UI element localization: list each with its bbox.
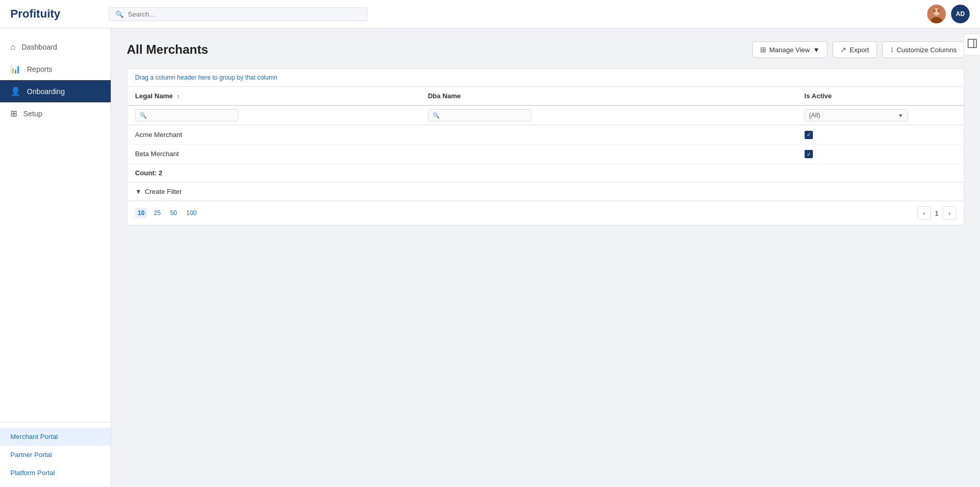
page-nav: ‹ 1 › [917,206,956,220]
column-filter-row: 🔍 🔍 (All) [127,105,964,125]
export-icon: ↗ [840,45,847,54]
legal-name-search[interactable]: 🔍 [135,109,239,121]
pagination-row: 10 25 50 100 ‹ 1 › [127,201,964,225]
legal-name-filter-cell: 🔍 [127,105,420,125]
table-row[interactable]: Beta Merchant [127,144,964,164]
platform-portal-link[interactable]: Platform Portal [0,464,111,482]
export-label: Export [850,46,869,54]
svg-rect-5 [968,39,976,48]
sidebar: ⌂ Dashboard 📊 Reports 👤 Onboarding ⊞ Set… [0,28,111,487]
onboarding-icon: 👤 [10,86,21,96]
customize-columns-label: Customize Columns [897,46,957,54]
page-size-10[interactable]: 10 [135,208,147,218]
dashboard-icon: ⌂ [10,42,16,52]
sidebar-item-onboarding[interactable]: 👤 Onboarding [0,80,111,102]
dba-name-cell [420,144,797,164]
table-header-row: Legal Name ↑ Dba Name Is Active [127,87,964,105]
right-panel-toggle[interactable] [963,34,980,55]
setup-icon: ⊞ [10,109,17,118]
svg-point-3 [933,9,936,12]
page-title: All Merchants [127,42,208,57]
sidebar-nav: ⌂ Dashboard 📊 Reports 👤 Onboarding ⊞ Set… [0,28,111,422]
count-row: Count: 2 [127,164,964,182]
legal-name-cell: Acme Merchant [127,125,420,145]
col-header-dba-name[interactable]: Dba Name [420,87,797,105]
dba-name-filter-cell: 🔍 [420,105,797,125]
create-filter-label: Create Filter [145,188,182,195]
table-container: Drag a column header here to group by th… [127,68,964,225]
drag-hint: Drag a column header here to group by th… [127,69,964,87]
next-page-button[interactable]: › [943,206,956,220]
user-initials[interactable]: AD [951,5,970,23]
search-input[interactable] [128,10,361,18]
customize-columns-button[interactable]: ⫶ Customize Columns [882,41,964,58]
page-size-25[interactable]: 25 [151,208,163,218]
page-header: All Merchants ⊞ Manage View ▼ ↗ Export ⫶… [127,41,964,58]
columns-icon: ⫶ [890,45,894,54]
manage-view-button[interactable]: ⊞ Manage View ▼ [752,41,827,58]
is-active-checkbox[interactable] [805,150,813,158]
dba-name-cell [420,125,797,145]
is-active-filter-cell: (All) ▼ [797,105,964,125]
legal-name-cell: Beta Merchant [127,144,420,164]
top-header: Profituity 🔍 AD [0,0,980,28]
sidebar-footer: Merchant Portal Partner Portal Platform … [0,422,111,487]
is-active-cell [797,125,964,145]
is-active-checkbox[interactable] [805,131,813,139]
sort-icon: ↑ [177,93,180,99]
sidebar-item-dashboard[interactable]: ⌂ Dashboard [0,36,111,58]
is-active-dropdown[interactable]: (All) ▼ [805,109,908,121]
app-logo: Profituity [10,7,93,21]
col-header-dba-name-label: Dba Name [428,92,461,100]
col-header-is-active[interactable]: Is Active [797,87,964,105]
reports-icon: 📊 [10,64,21,74]
header-right: AD [927,5,970,23]
manage-view-label: Manage View [769,46,810,54]
is-active-cell [797,144,964,164]
sidebar-item-label: Onboarding [27,87,65,96]
create-filter-row[interactable]: ▼ Create Filter [127,182,964,201]
col-header-legal-name-label: Legal Name [135,92,173,100]
sidebar-item-label: Dashboard [22,43,57,51]
export-button[interactable]: ↗ Export [833,41,877,58]
panel-icon [967,38,977,49]
col-header-is-active-label: Is Active [805,92,832,100]
svg-point-4 [938,9,940,12]
sidebar-item-label: Setup [23,110,42,118]
legal-name-filter-input[interactable] [154,112,234,119]
dba-name-search[interactable]: 🔍 [428,109,531,121]
toolbar: ⊞ Manage View ▼ ↗ Export ⫶ Customize Col… [752,41,964,58]
prev-page-button[interactable]: ‹ [917,206,931,220]
page-size-50[interactable]: 50 [168,208,180,218]
app-layout: ⌂ Dashboard 📊 Reports 👤 Onboarding ⊞ Set… [0,28,980,487]
partner-portal-link[interactable]: Partner Portal [0,446,111,464]
is-active-all-option: (All) [809,112,820,119]
sidebar-item-label: Reports [27,65,52,73]
table-row[interactable]: Acme Merchant [127,125,964,145]
col-header-legal-name[interactable]: Legal Name ↑ [127,87,420,105]
sidebar-item-setup[interactable]: ⊞ Setup [0,102,111,125]
data-table: Legal Name ↑ Dba Name Is Active [127,87,964,164]
merchant-portal-link[interactable]: Merchant Portal [0,428,111,446]
dropdown-arrow-icon: ▼ [813,46,820,54]
col-search-icon: 🔍 [140,112,147,119]
dba-name-filter-input[interactable] [447,112,527,119]
dropdown-arrow-icon: ▼ [898,113,903,118]
filter-icon: ▼ [135,188,142,195]
main-content: All Merchants ⊞ Manage View ▼ ↗ Export ⫶… [111,28,980,487]
current-page-number: 1 [935,209,939,217]
page-sizes: 10 25 50 100 [135,208,199,218]
grid-icon: ⊞ [760,45,766,54]
search-icon: 🔍 [115,10,124,18]
sidebar-item-reports[interactable]: 📊 Reports [0,58,111,80]
col-search-icon: 🔍 [433,112,440,119]
search-container[interactable]: 🔍 [109,7,367,21]
page-size-100[interactable]: 100 [184,208,199,218]
avatar[interactable] [927,5,946,23]
